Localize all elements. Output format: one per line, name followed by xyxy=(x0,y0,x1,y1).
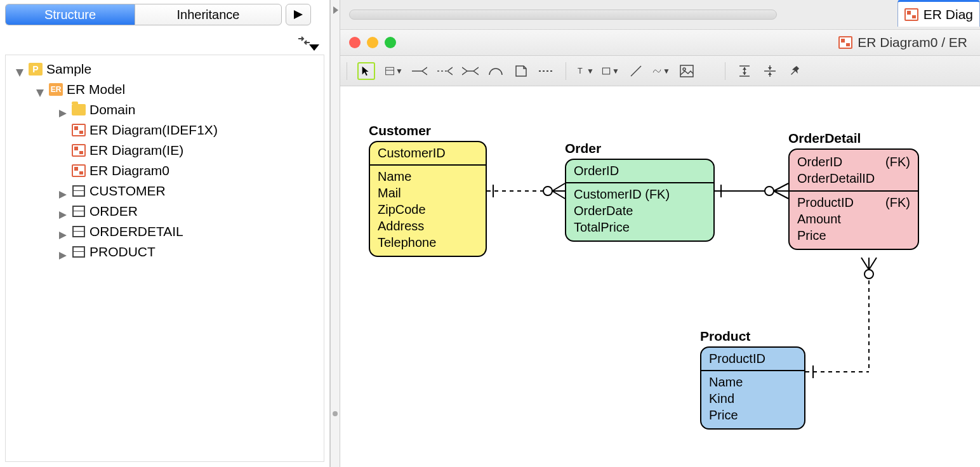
tree-item-table-orderdetail[interactable]: ORDERDETAIL xyxy=(6,221,324,242)
tool-freehand[interactable]: ▼ xyxy=(652,62,670,80)
tree-label: ORDERDETAIL xyxy=(89,224,183,239)
relationship-order-orderdetail[interactable] xyxy=(715,181,788,201)
play-icon xyxy=(294,8,303,22)
tree-item-erdiagram-ie[interactable]: ER Diagram(IE) xyxy=(6,140,324,161)
tool-rectangle[interactable]: ▼ xyxy=(602,62,619,80)
toolbar-separator xyxy=(725,62,725,80)
disclosure-triangle-icon[interactable] xyxy=(16,65,25,74)
window-titlebar: ER Diagram0 / ER xyxy=(340,29,980,56)
tool-nonidentifying-relationship[interactable] xyxy=(436,62,454,80)
disclosure-triangle-icon[interactable] xyxy=(59,207,68,216)
svg-line-53 xyxy=(861,258,869,270)
entity-product[interactable]: ProductID Name Kind Price xyxy=(700,346,805,430)
entity-attrs: Name Mail ZipCode Address Telephone xyxy=(370,166,486,256)
entity-attr: Address xyxy=(378,218,478,234)
tree-label: ORDER xyxy=(89,204,138,219)
entity-attr: Name xyxy=(378,168,478,185)
entity-attr: CustomerID (FK) xyxy=(574,186,706,202)
svg-marker-36 xyxy=(768,72,772,75)
window-minimize-button[interactable] xyxy=(367,37,378,48)
window-title-text: ER Diagram0 / ER xyxy=(858,35,967,50)
svg-marker-0 xyxy=(294,10,303,19)
entity-orderdetail[interactable]: OrderID(FK) OrderDetailID ProductID(FK) … xyxy=(788,148,919,250)
tool-pin[interactable] xyxy=(786,62,804,80)
entity-attr: TotalPrice xyxy=(574,219,706,235)
entity-pk: OrderID(FK) OrderDetailID xyxy=(790,150,918,192)
entity-attrs: CustomerID (FK) OrderDate TotalPrice xyxy=(566,183,713,240)
tool-pointer[interactable] xyxy=(357,62,375,80)
tree-item-table-customer[interactable]: CUSTOMER xyxy=(6,181,324,201)
svg-line-40 xyxy=(552,183,565,191)
tab-inheritance[interactable]: Inheritance xyxy=(135,4,282,25)
tool-identifying-relationship[interactable] xyxy=(411,62,428,80)
entity-attr: Telephone xyxy=(378,234,478,251)
disclosure-triangle-icon[interactable] xyxy=(59,247,68,256)
tree-item-erdiagram0[interactable]: ER Diagram0 xyxy=(6,161,324,181)
tab-scrollbar[interactable] xyxy=(349,10,777,20)
tree-item-domain[interactable]: Domain xyxy=(6,100,324,120)
window-zoom-button[interactable] xyxy=(385,37,396,48)
svg-line-12 xyxy=(422,71,427,75)
document-tab-erdiagram0[interactable]: ER Diag xyxy=(897,0,980,27)
tree-item-table-order[interactable]: ORDER xyxy=(6,201,324,221)
tree-item-sample[interactable]: P Sample xyxy=(6,59,324,79)
table-icon xyxy=(72,204,86,218)
entity-order[interactable]: OrderID CustomerID (FK) OrderDate TotalP… xyxy=(565,159,715,242)
entity-customer[interactable]: CustomerID Name Mail ZipCode Address Tel… xyxy=(369,141,487,257)
disclosure-triangle-icon[interactable] xyxy=(59,227,68,236)
entity-attr: Kind xyxy=(709,390,797,407)
tool-dashed-line[interactable] xyxy=(538,62,555,80)
relationship-product-orderdetail[interactable] xyxy=(805,258,888,378)
tree-item-ermodel[interactable]: ER ER Model xyxy=(6,79,324,100)
svg-marker-35 xyxy=(768,67,772,70)
svg-line-15 xyxy=(447,71,453,75)
vertical-splitter[interactable] xyxy=(330,0,340,467)
relationship-customer-order[interactable] xyxy=(487,181,565,201)
svg-marker-1 xyxy=(16,69,23,77)
diagram-canvas[interactable]: Customer Order OrderDetail Product Custo… xyxy=(340,86,980,467)
tool-align-vertical[interactable] xyxy=(736,62,753,80)
table-icon xyxy=(72,245,86,259)
tree-panel: P Sample ER ER Model Domain ER Diagram(I… xyxy=(5,55,324,462)
tool-align-both[interactable] xyxy=(761,62,779,80)
entity-pk: ProductID xyxy=(701,348,804,371)
disclosure-triangle-icon[interactable] xyxy=(59,187,68,195)
svg-rect-8 xyxy=(386,67,394,75)
svg-line-48 xyxy=(774,191,788,199)
folder-icon xyxy=(72,103,86,117)
dropdown-icon[interactable] xyxy=(309,44,319,51)
svg-line-24 xyxy=(631,66,641,76)
tab-more-button[interactable] xyxy=(286,4,311,25)
tool-many-to-many[interactable] xyxy=(461,62,479,80)
tool-entity[interactable]: ▼ xyxy=(385,62,403,80)
tree-item-erdiagram-idef1x[interactable]: ER Diagram(IDEF1X) xyxy=(6,120,324,140)
svg-point-52 xyxy=(864,270,873,279)
erdiagram-icon xyxy=(72,144,86,157)
entity-pk: CustomerID xyxy=(370,142,486,166)
window-close-button[interactable] xyxy=(349,37,361,48)
disclosure-triangle-icon[interactable] xyxy=(59,105,68,114)
tool-text[interactable]: T ▼ xyxy=(576,62,594,80)
tree-label: Sample xyxy=(46,62,91,77)
disclosure-triangle-icon[interactable] xyxy=(36,85,45,94)
toolbar-separator xyxy=(566,62,566,80)
svg-line-11 xyxy=(422,67,427,71)
entity-attr: ZipCode xyxy=(378,201,478,218)
erdiagram-icon xyxy=(904,8,918,21)
entity-attr: Name xyxy=(709,374,797,390)
tool-line[interactable] xyxy=(627,62,645,80)
tool-note[interactable] xyxy=(512,62,530,80)
tree-label: ER Diagram0 xyxy=(89,163,169,178)
tool-image[interactable] xyxy=(678,62,696,80)
svg-point-39 xyxy=(543,187,552,195)
erdiagram-icon xyxy=(72,164,86,177)
tree-label: ER Model xyxy=(67,82,125,97)
tree-label: PRODUCT xyxy=(89,244,156,260)
svg-line-42 xyxy=(552,191,565,199)
toolbar-separator xyxy=(347,62,347,80)
svg-point-45 xyxy=(765,187,774,195)
tab-structure[interactable]: Structure xyxy=(5,4,135,25)
tool-subtype[interactable] xyxy=(487,62,505,80)
entity-pk: OrderID xyxy=(566,160,713,183)
tree-item-table-product[interactable]: PRODUCT xyxy=(6,242,324,262)
